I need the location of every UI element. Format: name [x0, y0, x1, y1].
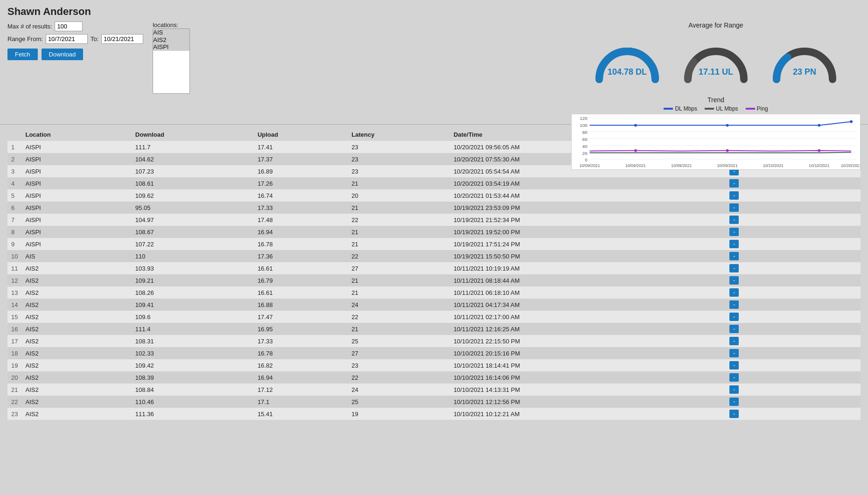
delete-button[interactable]: -	[729, 361, 739, 370]
delete-button[interactable]: -	[729, 410, 739, 418]
delete-button[interactable]: -	[729, 337, 739, 345]
col-download: Download	[132, 128, 254, 141]
row-datetime: 10/11/2021 12:16:25 AM	[450, 323, 698, 335]
row-upload: 15.41	[254, 408, 348, 420]
svg-text:20: 20	[582, 151, 588, 156]
row-num: 20	[7, 371, 21, 383]
delete-button[interactable]: -	[729, 300, 739, 309]
row-datetime: 10/11/2021 02:17:00 AM	[450, 311, 698, 323]
row-latency: 27	[348, 347, 450, 359]
row-datetime: 10/19/2021 21:52:34 PM	[450, 214, 698, 226]
row-latency: 25	[348, 396, 450, 408]
svg-text:104.78 DL: 104.78 DL	[608, 67, 647, 77]
col-num	[7, 128, 21, 141]
delete-button[interactable]: -	[729, 179, 739, 188]
delete-button[interactable]: -	[729, 203, 739, 212]
row-download: 108.84	[132, 383, 254, 396]
row-location: AIS2	[21, 274, 131, 286]
row-num: 11	[7, 262, 21, 274]
row-datetime: 10/20/2021 01:53:44 AM	[450, 189, 698, 202]
delete-button[interactable]: -	[729, 385, 739, 394]
row-upload: 16.78	[254, 238, 348, 250]
delete-button[interactable]: -	[729, 288, 739, 297]
row-spacer	[698, 396, 726, 408]
row-download: 107.23	[132, 165, 254, 177]
row-spacer	[698, 226, 726, 238]
ul-gauge: 17.11 UL	[679, 33, 753, 89]
row-spacer	[698, 335, 726, 347]
legend-ping: Ping	[757, 105, 768, 112]
row-location: AISPI	[21, 202, 131, 214]
delete-button[interactable]: -	[729, 325, 739, 333]
svg-text:120: 120	[580, 116, 588, 121]
row-download: 111.7	[132, 141, 254, 153]
row-delete-cell: -	[726, 371, 861, 383]
delete-button[interactable]: -	[729, 252, 739, 260]
max-label: Max # of results:	[7, 23, 52, 30]
row-download: 108.26	[132, 286, 254, 299]
row-download: 111.4	[132, 323, 254, 335]
fetch-button[interactable]: Fetch	[7, 49, 38, 60]
row-upload: 16.89	[254, 165, 348, 177]
row-spacer	[698, 311, 726, 323]
row-location: AIS	[21, 250, 131, 262]
delete-button[interactable]: -	[729, 264, 739, 272]
row-delete-cell: -	[726, 383, 861, 396]
row-delete-cell: -	[726, 311, 861, 323]
row-upload: 16.94	[254, 226, 348, 238]
delete-button[interactable]: -	[729, 349, 739, 357]
download-button[interactable]: Download	[42, 49, 84, 60]
row-upload: 16.95	[254, 323, 348, 335]
row-delete-cell: -	[726, 250, 861, 262]
row-delete-cell: -	[726, 226, 861, 238]
delete-button[interactable]: -	[729, 228, 739, 236]
row-upload: 17.33	[254, 202, 348, 214]
row-download: 109.6	[132, 311, 254, 323]
row-download: 103.93	[132, 262, 254, 274]
row-download: 95.05	[132, 202, 254, 214]
range-to-input[interactable]	[101, 34, 143, 44]
row-datetime: 10/10/2021 18:14:41 PM	[450, 359, 698, 371]
row-delete-cell: -	[726, 359, 861, 371]
svg-point-19	[818, 124, 820, 127]
legend-dl: DL Mbps	[675, 105, 697, 112]
range-from-label: Range From:	[7, 35, 43, 42]
row-latency: 21	[348, 323, 450, 335]
row-spacer	[698, 383, 726, 396]
row-upload: 17.36	[254, 250, 348, 262]
locations-select[interactable]: AIS AIS2 AISPI	[153, 28, 190, 94]
delete-button[interactable]: -	[729, 216, 739, 224]
svg-text:10/09/2021: 10/09/2021	[579, 163, 600, 168]
table-row: 23 AIS2 111.36 15.41 19 10/10/2021 10:12…	[7, 408, 861, 420]
table-row: 6 AISPI 95.05 17.33 21 10/19/2021 23:53:…	[7, 202, 861, 214]
delete-button[interactable]: -	[729, 276, 739, 285]
delete-button[interactable]: -	[729, 373, 739, 382]
row-delete-cell: -	[726, 214, 861, 226]
table-row: 8 AISPI 108.67 16.94 21 10/19/2021 19:52…	[7, 226, 861, 238]
row-num: 5	[7, 189, 21, 202]
range-from-input[interactable]	[46, 34, 88, 44]
row-upload: 16.61	[254, 286, 348, 299]
table-row: 21 AIS2 108.84 17.12 24 10/10/2021 14:13…	[7, 383, 861, 396]
delete-button[interactable]: -	[729, 313, 739, 321]
row-num: 13	[7, 286, 21, 299]
row-delete-cell: -	[726, 335, 861, 347]
row-num: 12	[7, 274, 21, 286]
row-delete-cell: -	[726, 189, 861, 202]
delete-button[interactable]: -	[729, 397, 739, 406]
row-num: 22	[7, 396, 21, 408]
row-upload: 16.74	[254, 189, 348, 202]
row-upload: 17.48	[254, 214, 348, 226]
delete-button[interactable]: -	[729, 191, 739, 200]
row-num: 21	[7, 383, 21, 396]
row-download: 108.39	[132, 371, 254, 383]
row-download: 108.61	[132, 177, 254, 189]
row-datetime: 10/10/2021 20:15:16 PM	[450, 347, 698, 359]
row-spacer	[698, 323, 726, 335]
svg-text:17.11 UL: 17.11 UL	[699, 67, 733, 77]
row-num: 19	[7, 359, 21, 371]
svg-point-23	[818, 149, 820, 152]
svg-text:0: 0	[585, 157, 588, 162]
delete-button[interactable]: -	[729, 240, 739, 248]
max-input[interactable]	[55, 21, 83, 31]
